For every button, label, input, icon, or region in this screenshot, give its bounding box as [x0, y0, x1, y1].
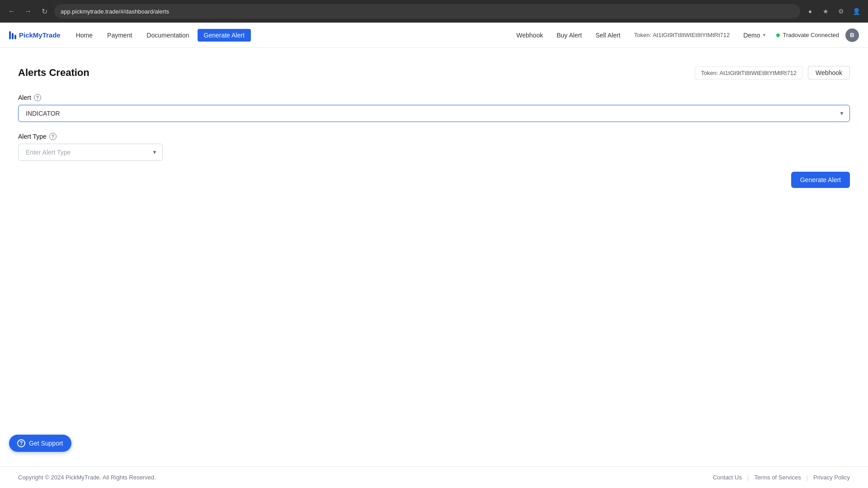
get-support-label: Get Support	[29, 440, 63, 447]
support-circle-icon: ?	[17, 439, 25, 447]
nav-sell-alert[interactable]: Sell Alert	[592, 30, 624, 41]
status-dot	[776, 33, 780, 37]
logo-text: PickMyTrade	[19, 31, 61, 39]
header-right: Token: At1tGt9tTt8tWtEt8tYtMtRt712 Webho…	[695, 66, 850, 80]
nav-generate-alert[interactable]: Generate Alert	[198, 29, 251, 42]
refresh-button[interactable]: ↻	[38, 5, 51, 18]
footer-separator-1: |	[747, 474, 749, 481]
browser-toolbar: ● ★ ⚙ 👤	[804, 5, 863, 18]
logo-bar-2	[12, 33, 14, 39]
contact-us-link[interactable]: Contact Us	[713, 474, 742, 481]
top-nav: PickMyTrade Home Payment Documentation G…	[0, 23, 868, 48]
alert-help-icon[interactable]: ?	[34, 94, 41, 101]
demo-dropdown[interactable]: Demo ▼	[740, 30, 770, 41]
app: PickMyTrade Home Payment Documentation G…	[0, 23, 868, 488]
alert-select[interactable]: INDICATOR PRICE VOLUME	[18, 105, 850, 122]
form-section: Alert ? INDICATOR PRICE VOLUME ▼ Alert T…	[18, 94, 850, 172]
header-webhook-btn[interactable]: Webhook	[808, 66, 850, 80]
forward-button[interactable]: →	[22, 5, 34, 18]
extensions-icon[interactable]: ●	[804, 5, 816, 18]
alert-type-help-icon[interactable]: ?	[49, 133, 57, 140]
alert-type-form-group: Alert Type ? Enter Alert Type Buy Sell ▼	[18, 133, 850, 161]
alert-label: Alert ?	[18, 94, 850, 101]
header-token: Token: At1tGt9tTt8tWtEt8tYtMtRt712	[695, 66, 802, 80]
copyright: Copyright © 2024 PickMyTrade. All Rights…	[18, 474, 156, 481]
page-title: Alerts Creation	[18, 67, 90, 79]
profile-icon[interactable]: 👤	[850, 5, 863, 18]
logo-bar-3	[14, 35, 16, 39]
chevron-down-icon: ▼	[762, 33, 767, 38]
alert-label-text: Alert	[18, 94, 31, 101]
url-text: app.pickmytrade.trade/#/dashboard/alerts	[61, 8, 169, 15]
footer: Copyright © 2024 PickMyTrade. All Rights…	[0, 466, 868, 488]
footer-links: Contact Us | Terms of Services | Privacy…	[713, 474, 850, 481]
nav-token: Token: At1tGt9tTt8tWtEt8tYtMtRt712	[630, 30, 733, 40]
main-content: Alerts Creation Token: At1tGt9tTt8tWtEt8…	[0, 48, 868, 466]
demo-label: Demo	[743, 32, 760, 39]
get-support-button[interactable]: ? Get Support	[9, 435, 71, 452]
logo-bar-1	[9, 31, 11, 39]
tradovate-status: Tradovate Connected	[776, 32, 839, 38]
alert-type-label-text: Alert Type	[18, 133, 47, 140]
nav-home[interactable]: Home	[70, 29, 99, 42]
alert-type-select-wrapper: Enter Alert Type Buy Sell ▼	[18, 144, 163, 161]
content-header: Alerts Creation Token: At1tGt9tTt8tWtEt8…	[18, 66, 850, 80]
alert-type-label: Alert Type ?	[18, 133, 850, 140]
nav-right: Webhook Buy Alert Sell Alert Token: At1t…	[513, 28, 859, 42]
logo[interactable]: PickMyTrade	[9, 31, 61, 39]
back-button[interactable]: ←	[5, 5, 18, 18]
alert-type-select[interactable]: Enter Alert Type Buy Sell	[18, 144, 163, 161]
address-bar[interactable]: app.pickmytrade.trade/#/dashboard/alerts	[54, 4, 800, 19]
nav-webhook[interactable]: Webhook	[513, 30, 547, 41]
nav-payment[interactable]: Payment	[101, 29, 138, 42]
alert-select-wrapper: INDICATOR PRICE VOLUME ▼	[18, 105, 850, 122]
status-text: Tradovate Connected	[783, 32, 839, 38]
generate-alert-button[interactable]: Generate Alert	[791, 172, 850, 188]
settings-icon[interactable]: ⚙	[835, 5, 847, 18]
privacy-link[interactable]: Privacy Policy	[813, 474, 850, 481]
bookmark-icon[interactable]: ★	[819, 5, 832, 18]
footer-separator-2: |	[807, 474, 808, 481]
nav-documentation[interactable]: Documentation	[140, 29, 195, 42]
nav-links: Home Payment Documentation Generate Aler…	[70, 29, 513, 42]
alert-form-group: Alert ? INDICATOR PRICE VOLUME ▼	[18, 94, 850, 122]
terms-link[interactable]: Terms of Services	[754, 474, 801, 481]
nav-buy-alert[interactable]: Buy Alert	[553, 30, 585, 41]
browser-chrome: ← → ↻ app.pickmytrade.trade/#/dashboard/…	[0, 0, 868, 23]
avatar[interactable]: B	[845, 28, 859, 42]
logo-icon	[9, 31, 16, 39]
